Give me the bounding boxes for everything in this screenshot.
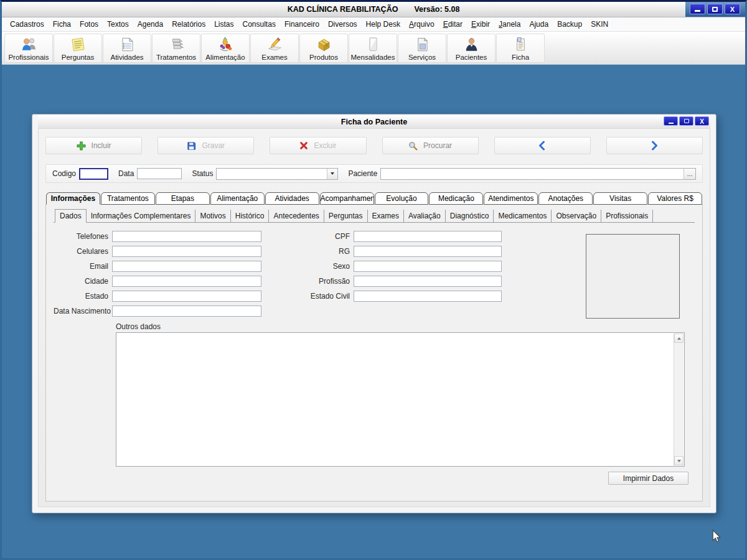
- vertical-scrollbar[interactable]: [674, 334, 684, 465]
- telefones-input[interactable]: [112, 231, 261, 242]
- close-icon[interactable]: [725, 4, 740, 14]
- tab-etapas[interactable]: Etapas: [156, 192, 210, 205]
- cidade-input[interactable]: [112, 276, 261, 287]
- sexo-input[interactable]: [354, 261, 502, 272]
- paciente-browse-button[interactable]: ...: [684, 169, 695, 179]
- excluir-button[interactable]: Excluir: [270, 137, 366, 154]
- imprimir-dados-button[interactable]: Impirmir Dados: [608, 472, 688, 485]
- outros-dados-textarea[interactable]: [116, 332, 685, 467]
- menu-item-help-desk[interactable]: Help Desk: [362, 18, 405, 30]
- codigo-input[interactable]: [79, 168, 108, 180]
- dialog-titlebar[interactable]: Ficha do Paciente: [38, 115, 710, 128]
- toolbar-button-perguntas[interactable]: Perguntas: [54, 34, 102, 63]
- menu-item-cadastros[interactable]: Cadastros: [6, 18, 49, 30]
- subtab-informacoes-complementares[interactable]: Informações Complementares: [87, 210, 196, 222]
- menu-item-editar[interactable]: Editar: [439, 18, 467, 30]
- toolbar-button-produtos[interactable]: Produtos: [299, 34, 348, 63]
- tab-informacoes[interactable]: Informações: [46, 192, 100, 205]
- subtab-perguntas[interactable]: Perguntas: [324, 210, 368, 222]
- scroll-down-icon[interactable]: [674, 456, 684, 465]
- dialog-close-icon[interactable]: [695, 116, 709, 126]
- menu-item-ajuda[interactable]: Ajuda: [525, 18, 553, 30]
- tab-anotacoes[interactable]: Anotações: [538, 192, 593, 205]
- incluir-button[interactable]: Incluir: [45, 137, 142, 154]
- tab-alimentacao[interactable]: Alimentação: [210, 192, 265, 205]
- menu-item-listas[interactable]: Listas: [210, 18, 238, 30]
- menu-item-agenda[interactable]: Agenda: [133, 18, 167, 30]
- tab-visitas[interactable]: Visitas: [593, 192, 647, 205]
- celulares-input[interactable]: [112, 246, 261, 257]
- products-box-icon: [316, 36, 332, 54]
- record-bar: Codigo Data Status Paciente ...: [45, 164, 703, 183]
- toolbar-button-tratamentos[interactable]: Tratamentos: [152, 34, 200, 63]
- toolbar-button-ficha[interactable]: Ficha: [496, 34, 545, 63]
- tab-valores-rs[interactable]: Valores R$: [648, 192, 702, 205]
- profissao-input[interactable]: [354, 276, 502, 287]
- menu-item-ficha[interactable]: Ficha: [49, 18, 75, 30]
- toolbar-button-alimentacao[interactable]: Alimentação: [201, 34, 250, 63]
- menu-item-fotos[interactable]: Fotos: [75, 18, 103, 30]
- toolbar-label: Perguntas: [62, 54, 94, 61]
- profissao-label: Profissão: [303, 277, 354, 286]
- gravar-button[interactable]: Gravar: [157, 137, 254, 154]
- subtab-historico[interactable]: Histórico: [231, 210, 270, 222]
- toolbar-button-profissionais[interactable]: Profissionais: [4, 34, 53, 63]
- menu-item-skin[interactable]: SKIN: [586, 18, 613, 30]
- scroll-up-icon[interactable]: [674, 334, 684, 343]
- estado-input[interactable]: [112, 291, 261, 302]
- paciente-input[interactable]: [381, 169, 684, 179]
- menu-item-backup[interactable]: Backup: [553, 18, 586, 30]
- data-nascimento-label: Data Nascimento: [54, 307, 112, 315]
- dialog-maximize-icon[interactable]: [679, 116, 693, 126]
- procurar-button[interactable]: Procurar: [382, 137, 479, 154]
- menu-item-financeiro[interactable]: Financeiro: [280, 18, 324, 30]
- tab-atendimentos[interactable]: Atendimentos: [484, 192, 538, 205]
- email-label: Email: [54, 262, 112, 271]
- status-value-input[interactable]: [217, 169, 327, 179]
- subtab-dados[interactable]: Dados: [55, 209, 87, 223]
- menu-item-janela[interactable]: Janela: [494, 18, 525, 30]
- menu-item-diversos[interactable]: Diversos: [324, 18, 362, 30]
- dialog-body: Incluir Gravar Excluir: [38, 128, 710, 507]
- rg-input[interactable]: [354, 246, 502, 257]
- data-nascimento-input[interactable]: [112, 306, 261, 317]
- previous-record-button[interactable]: [494, 137, 591, 154]
- subtab-profissionais[interactable]: Profissionais: [601, 210, 653, 222]
- tab-evolucao[interactable]: Evolução: [375, 192, 429, 205]
- subtab-diagnostico[interactable]: Diagnóstico: [446, 210, 494, 222]
- subtab-observacao[interactable]: Observação: [552, 210, 601, 222]
- fees-card-icon: [365, 36, 382, 54]
- subtab-exames[interactable]: Exames: [368, 210, 404, 222]
- menu-item-consultas[interactable]: Consultas: [238, 18, 280, 30]
- subtab-motivos[interactable]: Motivos: [195, 210, 230, 222]
- tab-atividades[interactable]: Atividades: [265, 192, 319, 205]
- tab-tratamentos[interactable]: Tratamentos: [101, 192, 155, 205]
- window-controls: [688, 4, 740, 14]
- email-input[interactable]: [112, 261, 261, 272]
- toolbar-button-exames[interactable]: Exames: [250, 34, 299, 63]
- minimize-icon[interactable]: [690, 4, 705, 14]
- tab-acompanhamento[interactable]: Acompanhamento: [320, 192, 374, 205]
- subtab-medicamentos[interactable]: Medicamentos: [494, 210, 552, 222]
- cpf-input[interactable]: [354, 231, 502, 242]
- menu-item-relatorios[interactable]: Relatórios: [167, 18, 210, 30]
- tab-medicacao[interactable]: Medicação: [429, 192, 483, 205]
- data-label: Data: [118, 169, 134, 178]
- menu-item-exibir[interactable]: Exibir: [467, 18, 494, 30]
- data-input[interactable]: [137, 168, 182, 179]
- celulares-label: Celulares: [54, 247, 112, 256]
- toolbar-button-pacientes[interactable]: Pacientes: [447, 34, 496, 63]
- subtab-avaliacao[interactable]: Avaliação: [404, 210, 446, 222]
- next-record-button[interactable]: [606, 137, 703, 154]
- status-dropdown-button[interactable]: [327, 169, 337, 179]
- maximize-icon[interactable]: [707, 4, 723, 14]
- status-combobox[interactable]: [216, 168, 338, 180]
- toolbar-button-servicos[interactable]: Serviços: [398, 34, 446, 63]
- dialog-minimize-icon[interactable]: [664, 116, 678, 126]
- subtab-antecedentes[interactable]: Antecedentes: [269, 210, 324, 222]
- toolbar-button-mensalidades[interactable]: Mensalidades: [349, 34, 397, 63]
- menu-item-textos[interactable]: Textos: [103, 18, 133, 30]
- toolbar-button-atividades[interactable]: Atividades: [103, 34, 151, 63]
- estado-civil-input[interactable]: [354, 291, 502, 302]
- menu-item-arquivo[interactable]: Arquivo: [405, 18, 439, 30]
